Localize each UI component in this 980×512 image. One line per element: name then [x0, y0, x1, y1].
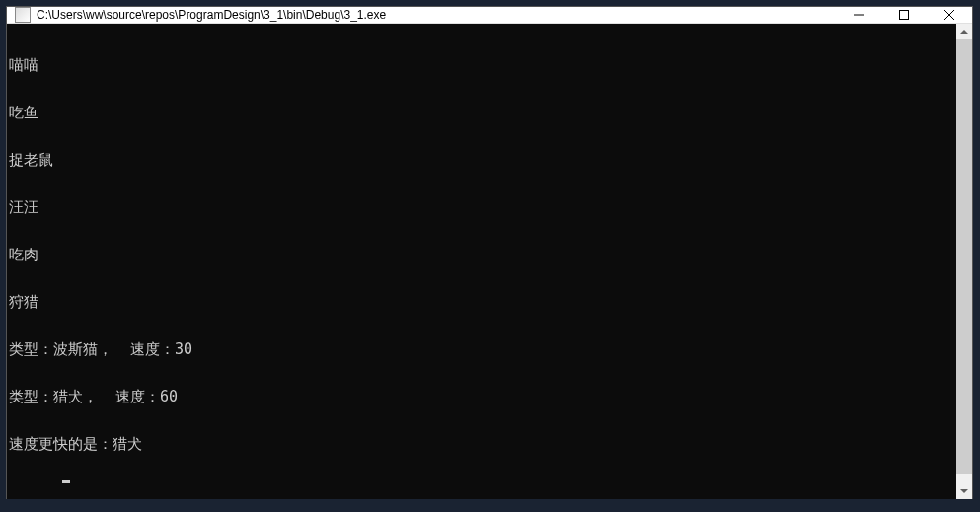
minimize-button[interactable] [836, 7, 881, 23]
scroll-up-arrow-icon[interactable] [956, 24, 972, 39]
vertical-scrollbar[interactable] [956, 24, 972, 499]
scroll-thumb[interactable] [956, 39, 972, 474]
console-line: 速度更快的是：猎犬 [9, 436, 956, 452]
svg-marker-5 [960, 489, 968, 493]
maximize-button[interactable] [881, 7, 927, 23]
console-line: 吃鱼 [9, 105, 956, 120]
console-line: 汪汪 [9, 199, 956, 215]
titlebar[interactable]: C:\Users\ww\source\repos\ProgramDesign\3… [7, 7, 972, 24]
window-controls [836, 7, 972, 23]
console-line: 吃肉 [9, 247, 956, 262]
cursor [62, 480, 70, 483]
client-area: 喵喵 吃鱼 捉老鼠 汪汪 吃肉 狩猎 类型：波斯猫， 速度：30 类型：猎犬， … [7, 24, 972, 499]
console-line: 捉老鼠 [9, 152, 956, 168]
console-line: 类型：猎犬， 速度：60 [9, 389, 956, 404]
console-line: 喵喵 [9, 57, 956, 73]
svg-marker-4 [960, 30, 968, 34]
scroll-down-arrow-icon[interactable] [956, 483, 972, 499]
app-icon [15, 7, 31, 23]
console-window: C:\Users\ww\source\repos\ProgramDesign\3… [6, 6, 973, 499]
window-title: C:\Users\ww\source\repos\ProgramDesign\3… [37, 8, 836, 22]
console-line: 狩猎 [9, 294, 956, 310]
console-output[interactable]: 喵喵 吃鱼 捉老鼠 汪汪 吃肉 狩猎 类型：波斯猫， 速度：30 类型：猎犬， … [7, 24, 956, 499]
close-button[interactable] [927, 7, 972, 23]
console-line: 类型：波斯猫， 速度：30 [9, 341, 956, 357]
svg-rect-1 [900, 11, 909, 20]
